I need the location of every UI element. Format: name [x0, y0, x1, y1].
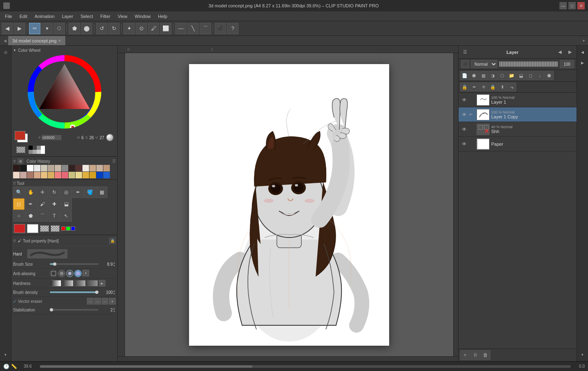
stabilization-arrows[interactable]: ▲ ▼ — [113, 307, 116, 313]
opacity-input[interactable] — [560, 60, 574, 68]
zoom-tool[interactable]: 🔍 — [13, 187, 24, 198]
swatch-item[interactable] — [103, 172, 110, 178]
swatch-item[interactable] — [20, 172, 27, 178]
select-tool[interactable]: ↖ — [60, 210, 72, 222]
drawing-canvas[interactable] — [189, 64, 389, 346]
fill-button[interactable]: ⬤ — [81, 23, 92, 34]
horizontal-scrollbar[interactable] — [118, 356, 458, 361]
undo-button[interactable]: ↺ — [96, 23, 107, 34]
eyedropper-tool[interactable]: ✒ — [72, 187, 84, 198]
swatch-item[interactable] — [13, 165, 20, 171]
nav-next-button[interactable]: ▶ — [14, 23, 25, 34]
left-nav-bottom-btn[interactable]: ▾ — [1, 350, 11, 360]
aa-more-button[interactable]: ▾ — [82, 270, 89, 276]
brush-tool-button[interactable]: ✏ — [29, 23, 40, 34]
aa-medium[interactable] — [66, 270, 74, 277]
hardness-opt-1[interactable] — [50, 280, 61, 287]
layer-transfer-btn[interactable]: ⬟ — [545, 71, 554, 80]
swatch-item[interactable] — [82, 165, 89, 171]
red-indicator[interactable] — [61, 227, 65, 231]
prop-lock-btn[interactable]: 🔒 — [109, 238, 116, 244]
layer-new-fill-btn[interactable]: ▦ — [479, 71, 488, 80]
pen-tool[interactable]: ✒ — [25, 198, 36, 210]
hand-tool[interactable]: ✋ — [25, 187, 36, 198]
brush-size-arrows[interactable]: ▲ ▼ — [113, 261, 116, 267]
ruler-button[interactable]: — — [175, 23, 187, 34]
layer-mask-btn[interactable]: ◻ — [526, 71, 535, 80]
swatch-item[interactable] — [48, 172, 54, 178]
brush-size-track[interactable] — [50, 263, 98, 265]
text-tool[interactable]: T — [49, 210, 60, 222]
subtract-anchor[interactable]: ⬓ — [60, 198, 72, 210]
layer-new-adjust-btn[interactable]: ◑ — [488, 71, 497, 80]
layer-new-3d-btn[interactable]: ⬡ — [498, 71, 507, 80]
magic-select-button[interactable]: ✦ — [123, 23, 135, 34]
menu-file[interactable]: File — [2, 13, 16, 20]
layer-lock-all-btn[interactable]: 🔒 — [488, 82, 497, 91]
transparent-swatch-tool[interactable] — [40, 225, 49, 232]
hardness-more-button[interactable]: ▶ — [99, 280, 105, 287]
swatch-item[interactable] — [96, 172, 103, 178]
opacity-bar[interactable] — [499, 61, 558, 67]
swatch-item[interactable] — [76, 165, 82, 171]
gradient-tool[interactable]: ▦ — [96, 187, 107, 198]
layer-new-vector-btn[interactable]: ⬟ — [470, 71, 479, 80]
brush-density-track[interactable] — [50, 291, 98, 293]
bezier-tool[interactable]: ⌒ — [37, 210, 48, 222]
minimize-button[interactable]: — — [559, 2, 567, 9]
panel-collapse-btn[interactable]: ▶ — [565, 47, 575, 57]
swatch-item[interactable] — [96, 165, 103, 171]
ruler2-button[interactable]: ╲ — [187, 23, 199, 34]
aa-weak[interactable] — [58, 270, 65, 277]
color-wheel-svg[interactable] — [28, 55, 101, 129]
layer-composite-icon[interactable]: ⬛ — [461, 60, 469, 68]
bucket-tool[interactable]: 🪣 — [84, 187, 96, 198]
hex-color-input[interactable] — [41, 135, 62, 140]
tablet-button[interactable]: ⬛ — [215, 23, 226, 34]
layer-lock-drawing-btn[interactable]: ✒ — [470, 82, 479, 91]
ve-btn-3[interactable]: — — [102, 298, 108, 304]
layer-item-layer1-copy[interactable]: 👁 ✏ 100 % Normal Layer 1 Copy — [459, 107, 577, 122]
copy-layer-btn[interactable]: ⎘ — [470, 350, 480, 360]
vector-tool-button[interactable]: ⬡ — [53, 23, 65, 34]
redo-button[interactable]: ↻ — [108, 23, 120, 34]
menu-select[interactable]: Select — [77, 13, 96, 20]
swatch-item[interactable] — [55, 172, 61, 178]
menu-window[interactable]: Window — [131, 13, 154, 20]
layer-clip-btn[interactable]: ⬓ — [517, 71, 526, 80]
move-tool[interactable]: ✛ — [37, 187, 48, 198]
swatch-item[interactable] — [13, 172, 20, 178]
swatches-icon[interactable]: ⊞ — [18, 158, 23, 164]
tab-bar-expand[interactable]: ◀ — [2, 36, 8, 45]
swatch-item[interactable] — [89, 172, 96, 178]
zoom-slider[interactable] — [40, 365, 571, 368]
canvas-settings-button[interactable]: ▾ — [581, 36, 586, 45]
swatch-item[interactable] — [48, 165, 54, 171]
hardness-opt-4[interactable] — [87, 280, 98, 287]
swatch-item[interactable] — [55, 165, 61, 171]
brush-tool[interactable]: 🖌 — [37, 198, 48, 210]
hardness-opt-2[interactable] — [62, 280, 74, 287]
ve-btn-2[interactable]: — — [94, 298, 101, 304]
swatch-item[interactable] — [69, 172, 75, 178]
ve-btn-1[interactable]: — — [87, 298, 94, 304]
nav-prev-button[interactable]: ◀ — [2, 23, 13, 34]
brush-density-arrows[interactable]: ▲ ▼ — [113, 289, 116, 295]
transparent-swatch[interactable] — [16, 147, 25, 153]
layer-inherit2-btn[interactable]: ⬎ — [507, 82, 516, 91]
foreground-swatch[interactable] — [14, 224, 25, 233]
green-indicator[interactable] — [66, 227, 70, 231]
ve-more-button[interactable]: ▾ — [109, 298, 116, 304]
brush-dropdown-button[interactable]: ▾ — [41, 23, 53, 34]
layer-lock-transparent-btn[interactable]: 🔒 — [460, 82, 469, 91]
add-layer-btn[interactable]: + — [460, 350, 470, 360]
select-rect-button[interactable]: ⬟ — [69, 23, 80, 34]
swatch-item[interactable] — [41, 165, 47, 171]
layer-item-paper[interactable]: 👁 Paper — [459, 137, 577, 151]
eyedropper-button[interactable]: 🖊 — [148, 23, 159, 34]
menu-view[interactable]: View — [114, 13, 131, 20]
transparent-swatch-tool2[interactable] — [51, 225, 60, 232]
shape-tool[interactable]: ○ — [13, 210, 24, 222]
swatch-item[interactable] — [62, 165, 68, 171]
aa-none[interactable] — [50, 270, 57, 277]
